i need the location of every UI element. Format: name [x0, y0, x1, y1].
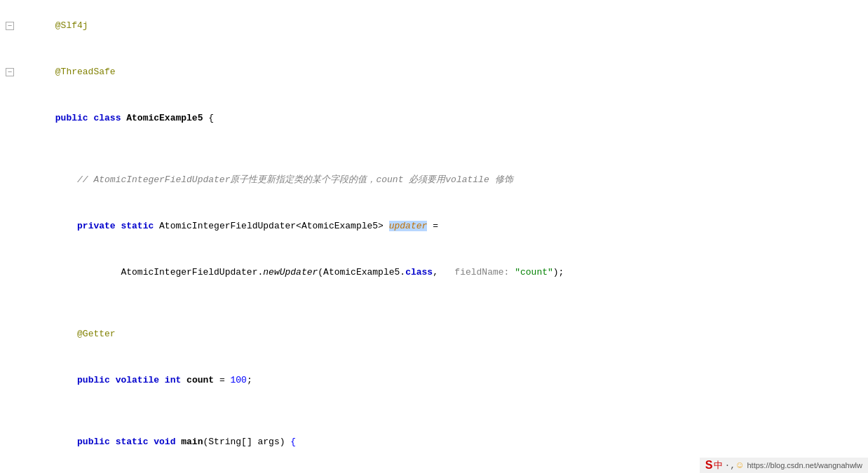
- close-paren: );: [553, 267, 564, 277]
- line-content-4: [22, 142, 868, 157]
- type-updater: AtomicIntegerFieldUpdater<AtomicExample5…: [159, 221, 389, 231]
- class-ref: AtomicIntegerFieldUpdater.: [121, 267, 263, 277]
- bottom-bar: S 中 ·, ☺ https://blog.csdn.net/wangnahwl…: [700, 458, 868, 473]
- kw-void: void: [154, 437, 181, 447]
- gutter-1: −: [6, 22, 20, 30]
- code-line-1: − @Slf4j: [0, 3, 868, 49]
- code-line-5: // AtomicIntegerFieldUpdater原子性更新指定类的某个字…: [0, 157, 868, 203]
- line-content-8: [22, 296, 868, 311]
- class-name: AtomicExample5: [126, 113, 208, 123]
- kw-class2: class: [405, 267, 433, 277]
- kw-public2: public: [77, 375, 116, 385]
- line-content-5: // AtomicIntegerFieldUpdater原子性更新指定类的某个字…: [22, 157, 868, 203]
- code-line-9: @Getter: [0, 311, 868, 357]
- line-content-10: public volatile int count = 100;: [22, 357, 868, 404]
- code-editor: − @Slf4j − @ThreadSafe public class Atom…: [0, 0, 868, 473]
- logo-dot: ·,: [724, 460, 735, 471]
- line-content-11: [22, 404, 868, 419]
- paren: (AtomicExample5.: [318, 267, 405, 277]
- smiley-icon: ☺: [737, 460, 742, 471]
- code-line-6: private static AtomicIntegerFieldUpdater…: [0, 203, 868, 249]
- num-100: 100: [231, 375, 247, 385]
- fold-icon-2[interactable]: −: [6, 68, 14, 76]
- line-content-1: @Slf4j: [22, 3, 868, 49]
- param-fieldname-label: fieldName:: [454, 267, 509, 277]
- code-line-4: [0, 142, 868, 157]
- line-content-9: @Getter: [22, 311, 868, 357]
- code-line-3: public class AtomicExample5 {: [0, 95, 868, 142]
- line-content-7: AtomicIntegerFieldUpdater.newUpdater(Ato…: [22, 249, 868, 296]
- comma: ,: [433, 267, 454, 277]
- kw-int: int: [165, 375, 187, 385]
- code-line-10: public volatile int count = 100;: [0, 357, 868, 404]
- line-content-6: private static AtomicIntegerFieldUpdater…: [22, 203, 868, 249]
- var-updater: updater: [389, 221, 428, 231]
- annotation-getter: @Getter: [77, 329, 116, 339]
- kw-class: class: [93, 113, 126, 123]
- annotation-threadsafe: @ThreadSafe: [55, 67, 116, 77]
- url-label: https://blog.csdn.net/wangnahwlw: [747, 461, 863, 469]
- string-count: "count": [515, 267, 553, 277]
- gutter-2: −: [6, 68, 20, 76]
- code-line-2: − @ThreadSafe: [0, 49, 868, 95]
- method-main: main: [181, 437, 203, 447]
- kw-public: public: [55, 113, 94, 123]
- kw-public3: public: [77, 437, 116, 447]
- line-content-3: public class AtomicExample5 {: [22, 95, 868, 142]
- kw-volatile: volatile: [116, 375, 165, 385]
- line-content-2: @ThreadSafe: [22, 49, 868, 95]
- assign-100: =: [214, 375, 230, 385]
- open-brace-main: {: [290, 437, 296, 447]
- semicolon: ;: [247, 375, 252, 385]
- code-line-8: [0, 296, 868, 311]
- sogou-logo: S 中 ·, ☺: [705, 459, 743, 472]
- fold-icon-1[interactable]: −: [6, 22, 14, 30]
- kw-private: private: [77, 221, 121, 231]
- logo-chinese: 中: [714, 459, 723, 472]
- var-count: count: [187, 375, 214, 385]
- logo-s: S: [705, 459, 713, 472]
- method-newupdater: newUpdater: [263, 267, 318, 277]
- code-line-7: AtomicIntegerFieldUpdater.newUpdater(Ato…: [0, 249, 868, 296]
- open-brace: {: [208, 113, 214, 123]
- code-line-11: [0, 404, 868, 419]
- kw-static: static: [116, 437, 154, 447]
- kw-static: static: [121, 221, 159, 231]
- equals: =: [427, 221, 438, 231]
- annotation-slf4j: @Slf4j: [55, 20, 88, 31]
- comment-1: // AtomicIntegerFieldUpdater原子性更新指定类的某个字…: [55, 174, 513, 185]
- main-params: (String[] args): [203, 437, 290, 447]
